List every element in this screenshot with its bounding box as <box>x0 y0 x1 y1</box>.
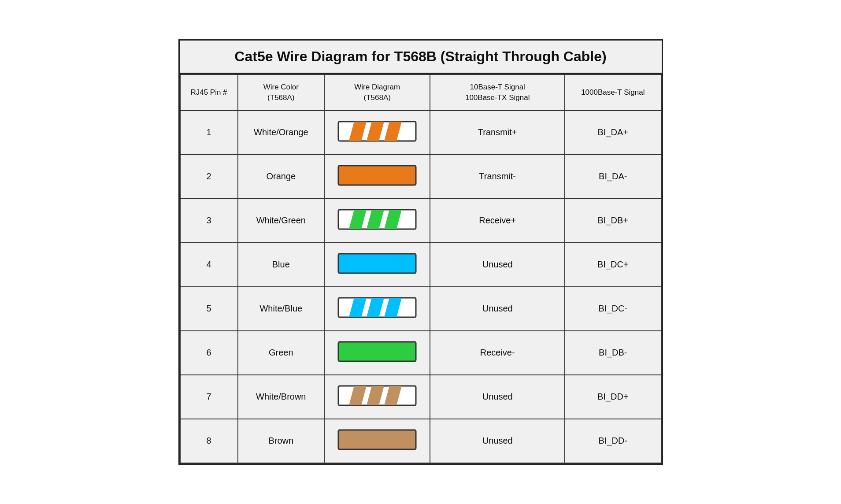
cell-diagram-8 <box>324 419 430 463</box>
cell-color-3: White/Green <box>238 199 325 243</box>
cell-signal-8: Unused <box>430 419 565 463</box>
svg-rect-17 <box>338 342 416 361</box>
cell-color-2: Orange <box>238 155 325 199</box>
cell-gig-2: BI_DA- <box>565 155 661 199</box>
cell-pin-7: 7 <box>180 375 238 419</box>
cell-diagram-1 <box>324 111 430 155</box>
wire-table: RJ45 Pin # Wire Color(T568A) Wire Diagra… <box>180 74 662 463</box>
cell-color-5: White/Blue <box>238 287 325 331</box>
svg-rect-5 <box>338 166 416 185</box>
table-header-row: RJ45 Pin # Wire Color(T568A) Wire Diagra… <box>180 74 661 111</box>
wire-diagram-3 <box>337 206 417 233</box>
cell-gig-3: BI_DB+ <box>565 199 661 243</box>
cell-signal-5: Unused <box>430 287 565 331</box>
diagram-title: Cat5e Wire Diagram for T568B (Straight T… <box>180 41 662 74</box>
cell-gig-8: BI_DD- <box>565 419 661 463</box>
cell-gig-7: BI_DD+ <box>565 375 661 419</box>
cell-pin-4: 4 <box>180 243 238 287</box>
cell-signal-3: Receive+ <box>430 199 565 243</box>
cell-signal-2: Transmit- <box>430 155 565 199</box>
wire-diagram-1 <box>337 118 417 145</box>
wire-diagram-7 <box>337 382 417 409</box>
svg-rect-11 <box>338 254 416 273</box>
cell-signal-1: Transmit+ <box>430 111 565 155</box>
wire-diagram-6 <box>337 338 417 365</box>
cell-signal-7: Unused <box>430 375 565 419</box>
cell-diagram-6 <box>324 331 430 375</box>
cell-pin-2: 2 <box>180 155 238 199</box>
cell-diagram-4 <box>324 243 430 287</box>
cell-signal-6: Receive- <box>430 331 565 375</box>
cell-diagram-3 <box>324 199 430 243</box>
diagram-container: Cat5e Wire Diagram for T568B (Straight T… <box>178 39 663 465</box>
wire-diagram-2 <box>337 162 417 189</box>
cell-pin-8: 8 <box>180 419 238 463</box>
cell-diagram-2 <box>324 155 430 199</box>
table-row: 6 Green Receive- BI_DB- <box>180 331 661 375</box>
cell-pin-1: 1 <box>180 111 238 155</box>
cell-color-7: White/Brown <box>238 375 325 419</box>
table-row: 1 White/Orange Transmit+ BI_DA+ <box>180 111 661 155</box>
header-color: Wire Color(T568A) <box>238 74 325 111</box>
cell-gig-6: BI_DB- <box>565 331 661 375</box>
cell-signal-4: Unused <box>430 243 565 287</box>
cell-diagram-5 <box>324 287 430 331</box>
wire-diagram-4 <box>337 250 417 277</box>
table-row: 8 Brown Unused BI_DD- <box>180 419 661 463</box>
cell-gig-1: BI_DA+ <box>565 111 661 155</box>
cell-color-4: Blue <box>238 243 325 287</box>
cell-color-6: Green <box>238 331 325 375</box>
table-row: 2 Orange Transmit- BI_DA- <box>180 155 661 199</box>
table-row: 7 White/Brown Unused BI_DD+ <box>180 375 661 419</box>
header-diagram: Wire Diagram(T568A) <box>324 74 430 111</box>
table-row: 3 White/Green Receive+ BI_DB+ <box>180 199 661 243</box>
cell-pin-3: 3 <box>180 199 238 243</box>
svg-rect-23 <box>338 430 416 449</box>
wire-diagram-8 <box>337 426 417 453</box>
cell-pin-5: 5 <box>180 287 238 331</box>
header-signal-10-100: 10Base-T Signal100Base-TX Signal <box>430 74 565 111</box>
cell-color-8: Brown <box>238 419 325 463</box>
header-signal-1000: 1000Base-T Signal <box>565 74 661 111</box>
table-row: 5 White/Blue Unused BI_DC- <box>180 287 661 331</box>
cell-diagram-7 <box>324 375 430 419</box>
cell-pin-6: 6 <box>180 331 238 375</box>
header-pin: RJ45 Pin # <box>180 74 238 111</box>
table-row: 4 Blue Unused BI_DC+ <box>180 243 661 287</box>
wire-diagram-5 <box>337 294 417 321</box>
cell-gig-4: BI_DC+ <box>565 243 661 287</box>
cell-gig-5: BI_DC- <box>565 287 661 331</box>
cell-color-1: White/Orange <box>238 111 325 155</box>
